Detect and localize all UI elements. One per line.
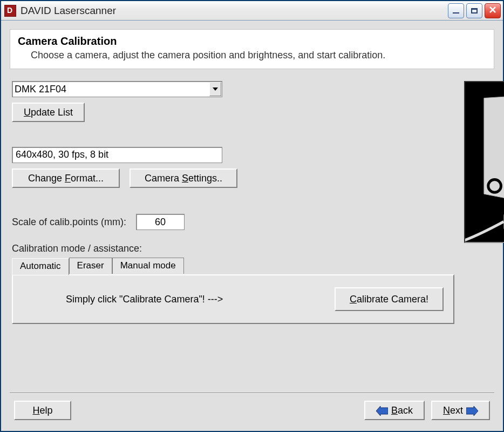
right-column: Invert <box>464 81 504 393</box>
help-button[interactable]: Help <box>14 401 71 420</box>
title-bar: DAVID Laserscanner <box>1 1 503 21</box>
left-column: DMK 21F04 Update List 640x480, 30 fps, 8… <box>12 81 464 393</box>
calibration-tabs: Automatic Eraser Manual mode <box>12 258 454 274</box>
scale-label: Scale of calib.points (mm): <box>12 217 126 228</box>
svg-marker-29 <box>466 406 478 416</box>
minimize-button[interactable] <box>448 3 464 18</box>
maximize-icon <box>471 8 478 14</box>
close-button[interactable] <box>485 3 501 18</box>
change-format-hotkey: F <box>65 173 71 184</box>
close-icon <box>489 6 496 16</box>
dropdown-arrow-icon <box>209 82 221 96</box>
calibrate-camera-button[interactable]: Calibrate Camera! <box>335 287 444 311</box>
app-icon <box>4 5 16 17</box>
camera-select-value: DMK 21F04 <box>15 84 66 95</box>
format-display: 640x480, 30 fps, 8 bit <box>12 147 222 163</box>
tab-manual[interactable]: Manual mode <box>112 258 184 274</box>
maximize-button[interactable] <box>466 3 482 18</box>
page-heading: Camera Calibration Choose a camera, adju… <box>10 29 494 69</box>
calibration-mode-label: Calibration mode / assistance: <box>12 243 142 254</box>
svg-marker-28 <box>376 406 388 416</box>
camera-settings-button[interactable]: Camera Settings.. <box>130 168 237 188</box>
wizard-nav: Help Back Next <box>10 393 494 422</box>
update-list-label-rest: pdate List <box>31 107 73 118</box>
update-list-hotkey: U <box>24 107 31 118</box>
calibration-hint: Simply click "Calibrate Camera"! ---> <box>66 294 223 305</box>
page-subtitle: Choose a camera, adjust the camera posit… <box>31 50 486 61</box>
next-arrow-icon <box>466 405 478 416</box>
tab-panel: Simply click "Calibrate Camera"! ---> Ca… <box>12 274 454 324</box>
back-hotkey: B <box>391 405 398 416</box>
calibration-panel-illustration <box>465 82 504 242</box>
settings-hotkey: S <box>182 173 188 184</box>
title-button-group <box>448 3 501 18</box>
help-hotkey: H <box>32 405 39 416</box>
camera-preview <box>464 81 504 243</box>
scale-input[interactable] <box>136 214 185 230</box>
next-hotkey: N <box>443 405 450 416</box>
client-area: Camera Calibration Choose a camera, adju… <box>1 21 503 431</box>
back-arrow-icon <box>376 405 388 416</box>
content-area: DMK 21F04 Update List 640x480, 30 fps, 8… <box>10 69 494 393</box>
next-button[interactable]: Next <box>431 401 490 420</box>
update-list-button[interactable]: Update List <box>12 103 85 122</box>
invert-row: Invert <box>464 251 504 262</box>
tab-eraser[interactable]: Eraser <box>69 258 112 274</box>
camera-select[interactable]: DMK 21F04 <box>12 81 222 97</box>
tab-automatic[interactable]: Automatic <box>12 258 69 275</box>
back-button[interactable]: Back <box>364 401 425 420</box>
app-window: DAVID Laserscanner Camera Calibration Ch… <box>0 0 504 432</box>
minimize-icon <box>453 12 459 14</box>
calibrate-hotkey: C <box>350 294 357 305</box>
page-title: Camera Calibration <box>18 35 486 48</box>
window-title: DAVID Laserscanner <box>21 5 448 17</box>
change-format-button[interactable]: Change Format... <box>12 168 120 188</box>
